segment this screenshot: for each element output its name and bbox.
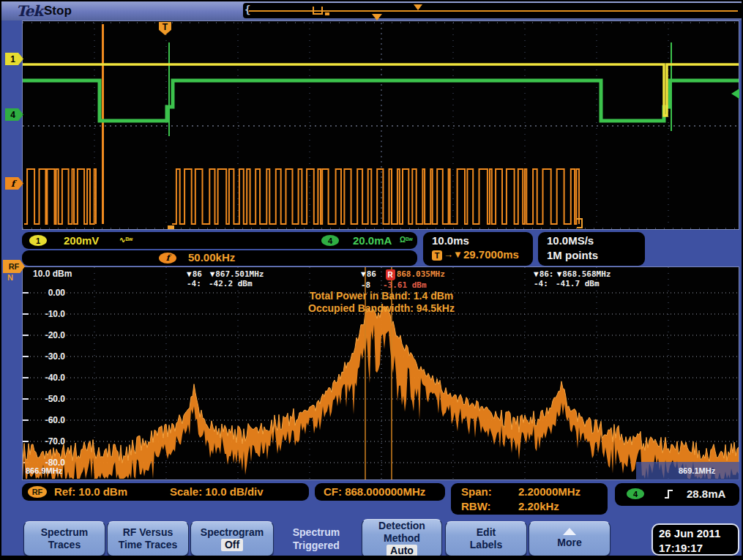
marker-frequency: 867.501MHz (215, 269, 264, 279)
ch4-badge: 4 (321, 235, 339, 246)
rf-versus-time-traces-button[interactable]: RF Versus Time Traces (107, 521, 189, 556)
tek-logo: Tek (16, 2, 42, 20)
marker-down-icon: ▼ (557, 269, 562, 279)
trigger-delay-arrows-icon: →▼ (444, 249, 463, 260)
ch4-position-badge[interactable]: 4 (5, 108, 23, 121)
center-frequency-readout-box: CF: 868.000000MHz (315, 483, 445, 501)
ch4-coupling-icons: Ωᴮʷ (400, 236, 413, 244)
rf-normal-trace-flag: N (7, 273, 13, 282)
detection-method-button[interactable]: Detection Method Auto (362, 519, 442, 558)
more-button[interactable]: More (529, 521, 611, 556)
ch4-scale: 20.0mA (353, 234, 392, 247)
rf-reference-readout-box: RF Ref: 10.0 dBm Scale: 10.0 dB/div (22, 483, 309, 501)
trigger-t-chip-icon: T (432, 250, 442, 261)
ch4-trigger-level-icon[interactable] (731, 89, 739, 99)
record-marker-icon (325, 12, 329, 15)
ch1-scale: 200mV (64, 234, 99, 247)
date: 26 Jun 2011 (659, 526, 738, 541)
spectrogram-button[interactable]: Spectrogram Off (190, 521, 274, 556)
center-frequency-value: CF: 868.000000MHz (324, 485, 425, 498)
y-tick-label: -30.0 (31, 351, 65, 362)
span-label: Span: (461, 485, 492, 498)
y-tick-label: -40.0 (31, 373, 65, 383)
marker-down-icon: ▼ (534, 269, 539, 279)
start-frequency-label: 866.9MHz (26, 466, 62, 475)
obw-annotation: Occupied Bandwidth: 94.5kHz (23, 302, 740, 315)
spectrum-trigger-status: Spectrum Triggered (275, 526, 357, 552)
marker-frequency: 868.568MHz (562, 269, 611, 279)
sample-rate: 10.0MS/s (547, 234, 594, 247)
marker-down-icon: ▼ (361, 269, 366, 279)
ch1-coupling-icons: ∿ᴮʷ (119, 236, 132, 244)
y-tick-label: -50.0 (31, 394, 65, 404)
f-scale-value: 50.00kHz (188, 251, 235, 264)
spectrogram-state: Off (221, 539, 243, 551)
marker-down-icon: ▼ (187, 269, 192, 279)
vertical-scale-value: Scale: 10.0 dB/div (170, 485, 264, 498)
edit-labels-button[interactable]: Edit Labels (445, 521, 527, 556)
freq-trace-position-badge[interactable]: f (5, 177, 23, 190)
span-value: 2.20000MHz (518, 485, 580, 498)
peak-marker-readout: ▼86 ▼867.501MHz -4: -42.2 dBm (187, 269, 264, 288)
acquisition-status: Stop (44, 4, 72, 18)
y-tick-label: -60.0 (31, 415, 65, 425)
marker-amplitude: -3.61 dBm (383, 280, 427, 290)
bottom-bezel (1, 556, 742, 560)
ch1-position-badge[interactable]: 1 (5, 53, 23, 65)
scope-traces-canvas (23, 21, 739, 229)
timebase-readout-box: 10.0ms T →▼ 29.7000ms (423, 232, 533, 266)
marker-amplitude: -42.2 dBm (209, 279, 253, 288)
span-rbw-readout-box: Span: 2.20000MHz RBW: 2.20kHz (451, 483, 608, 515)
time: 17:19:17 (659, 541, 738, 556)
f-badge: f (159, 253, 176, 264)
trigger-delay-value: 29.7000ms (463, 248, 519, 261)
spectrum-graticule: 10.0 dBm 0.00 -10.0 -20.0 -30.0 -40.0 -5… (22, 266, 739, 480)
stop-frequency-label: 869.1MHz (679, 466, 715, 475)
channel-readout-box: 1 200mV ∿ᴮʷ 4 20.0mA Ωᴮʷ (22, 232, 417, 249)
trigger-record-marker-icon (414, 4, 422, 10)
record-brace-icon: { (244, 4, 250, 15)
time-domain-graticule (22, 20, 739, 230)
rising-edge-icon (663, 488, 675, 500)
marker-amplitude: -41.7 dBm (556, 279, 600, 288)
marker-down-icon: ▼ (210, 269, 215, 279)
reference-marker-icon: R (386, 269, 395, 280)
spectrum-traces-button[interactable]: Spectrum Traces (23, 521, 105, 556)
total-power-annotation: Total Power in Band: 1.4 dBm (23, 290, 740, 302)
rbw-value: 2.20kHz (518, 500, 559, 512)
time-scale: 10.0ms (432, 234, 469, 247)
record-length: 1M points (547, 249, 598, 261)
y-tick-label: -70.0 (31, 436, 65, 447)
freq-readout-box: f 50.00kHz (22, 250, 417, 266)
zoom-region-icon[interactable] (313, 7, 323, 15)
chevron-up-icon (563, 528, 576, 535)
y-tick-label: -20.0 (31, 330, 65, 340)
band-measurements: Total Power in Band: 1.4 dBm Occupied Ba… (23, 290, 740, 315)
wave-inspector-bar[interactable]: { (243, 3, 743, 18)
oscilloscope-screen: Tek Stop { T 1 4 f RF N 1 200mV ∿ᴮʷ 4 20… (0, 0, 743, 560)
ref-level-value: Ref: 10.0 dBm (54, 485, 127, 498)
peak-marker-readout: ▼86: ▼868.568MHz -4: -41.7 dBm (534, 269, 611, 288)
date-time-display: 26 Jun 2011 17:19:17 (651, 523, 739, 556)
trigger-source-badge: 4 (627, 488, 644, 499)
reference-marker-readout: ▼86 R 868.035MHz -8 -3.61 dBm (361, 269, 445, 290)
trigger-position-icon[interactable] (372, 14, 382, 20)
trigger-readout-box: 4 28.8mA (615, 483, 739, 506)
ref-level-label: 10.0 dBm (33, 269, 72, 279)
rf-badge: RF (28, 486, 47, 498)
marker-frequency: 868.035MHz (397, 269, 445, 279)
ch1-badge: 1 (29, 235, 47, 246)
trigger-level-value: 28.8mA (687, 488, 725, 500)
rbw-label: RBW: (461, 500, 491, 512)
acquisition-readout-box: 10.0MS/s 1M points (538, 232, 645, 266)
